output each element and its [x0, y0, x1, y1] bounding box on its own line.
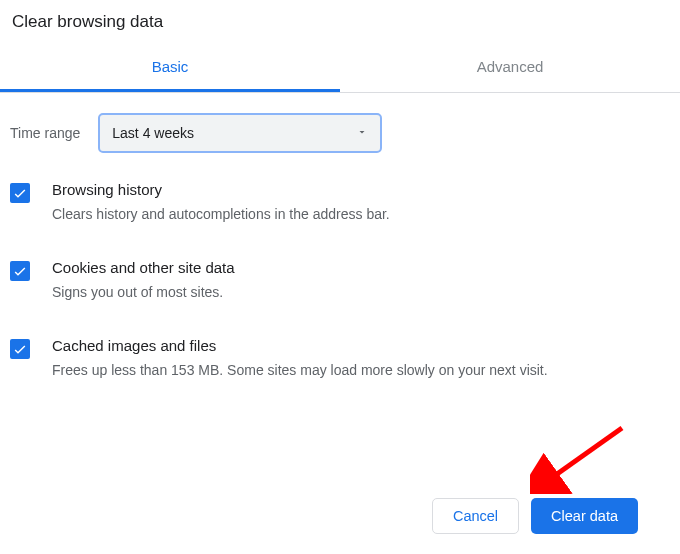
- button-row: Cancel Clear data: [432, 498, 638, 534]
- tab-content: Time range Last 4 weeks Browsing history…: [0, 93, 680, 381]
- checkbox-cookies[interactable]: [10, 261, 30, 281]
- checkbox-browsing-history[interactable]: [10, 183, 30, 203]
- dialog-title: Clear browsing data: [0, 0, 680, 44]
- tabs: Basic Advanced: [0, 44, 680, 93]
- option-title: Cookies and other site data: [52, 259, 670, 276]
- annotation-arrow-icon: [530, 424, 630, 498]
- option-desc: Clears history and autocompletions in th…: [52, 204, 670, 225]
- time-range-row: Time range Last 4 weeks: [10, 113, 670, 153]
- tab-basic[interactable]: Basic: [0, 44, 340, 92]
- clear-data-button[interactable]: Clear data: [531, 498, 638, 534]
- checkmark-icon: [12, 185, 28, 201]
- time-range-value: Last 4 weeks: [112, 125, 194, 141]
- time-range-dropdown[interactable]: Last 4 weeks: [98, 113, 382, 153]
- time-range-label: Time range: [10, 125, 80, 141]
- option-title: Browsing history: [52, 181, 670, 198]
- svg-line-0: [550, 428, 622, 479]
- option-desc: Frees up less than 153 MB. Some sites ma…: [52, 360, 670, 381]
- checkmark-icon: [12, 341, 28, 357]
- tab-advanced[interactable]: Advanced: [340, 44, 680, 92]
- checkbox-cache[interactable]: [10, 339, 30, 359]
- caret-down-icon: [356, 124, 368, 142]
- option-desc: Signs you out of most sites.: [52, 282, 670, 303]
- cancel-button[interactable]: Cancel: [432, 498, 519, 534]
- option-title: Cached images and files: [52, 337, 670, 354]
- option-browsing-history: Browsing history Clears history and auto…: [10, 181, 670, 225]
- option-cache: Cached images and files Frees up less th…: [10, 337, 670, 381]
- checkmark-icon: [12, 263, 28, 279]
- option-cookies: Cookies and other site data Signs you ou…: [10, 259, 670, 303]
